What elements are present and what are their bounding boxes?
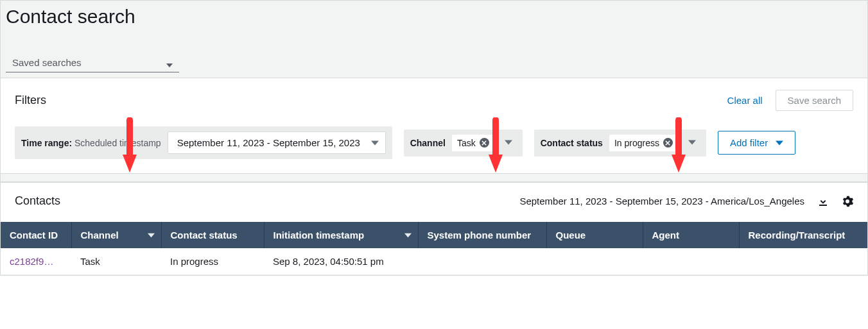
svg-marker-10 xyxy=(776,140,783,145)
contact-id-link[interactable]: c2182f9… xyxy=(10,256,53,267)
caret-down-icon xyxy=(371,139,379,147)
status-dropdown-toggle[interactable] xyxy=(684,135,700,151)
page-title: Contact search xyxy=(6,6,862,53)
col-contact-id[interactable]: Contact ID xyxy=(1,222,71,248)
svg-marker-6 xyxy=(166,63,173,67)
svg-marker-12 xyxy=(404,233,412,237)
col-system-phone[interactable]: System phone number xyxy=(418,222,546,248)
svg-marker-8 xyxy=(505,140,512,144)
caret-down-icon xyxy=(404,232,412,239)
col-initiation-timestamp[interactable]: Initiation timestamp xyxy=(264,222,418,248)
col-queue[interactable]: Queue xyxy=(546,222,643,248)
filter-contact-status-label: Contact status xyxy=(541,138,603,148)
caret-down-icon xyxy=(688,139,696,146)
contacts-date-range: September 11, 2023 - September 15, 2023 … xyxy=(519,196,804,207)
download-icon[interactable] xyxy=(817,196,829,207)
col-contact-status[interactable]: Contact status xyxy=(161,222,264,248)
svg-marker-7 xyxy=(371,140,379,145)
panel-divider xyxy=(1,173,867,182)
caret-down-icon xyxy=(776,139,783,147)
col-agent[interactable]: Agent xyxy=(643,222,739,248)
filter-channel: Channel Task xyxy=(404,130,523,156)
table-row[interactable]: c2182f9… Task In progress Sep 8, 2023, 0… xyxy=(1,248,867,275)
saved-searches-label: Saved searches xyxy=(12,57,82,68)
save-search-button[interactable]: Save search xyxy=(776,90,853,111)
filter-contact-status: Contact status In progress xyxy=(534,130,706,156)
add-filter-button[interactable]: Add filter xyxy=(718,131,795,155)
clear-all-button[interactable]: Clear all xyxy=(727,95,763,106)
contacts-heading: Contacts xyxy=(15,194,60,208)
caret-down-icon xyxy=(505,139,512,146)
filter-time-range-label: Time range: Scheduled timestamp xyxy=(21,138,161,148)
remove-channel-filter-icon[interactable] xyxy=(480,138,489,148)
saved-searches-dropdown[interactable]: Saved searches xyxy=(6,53,179,72)
filter-time-range: Time range: Scheduled timestamp Septembe… xyxy=(15,126,392,159)
filters-heading: Filters xyxy=(15,94,46,107)
filter-channel-value: Task xyxy=(452,135,494,151)
channel-dropdown-toggle[interactable] xyxy=(501,135,516,151)
contacts-table: Contact ID Channel Contact status Initia… xyxy=(1,222,867,275)
svg-marker-11 xyxy=(148,233,155,237)
filter-contact-status-value: In progress xyxy=(609,135,678,151)
gear-icon[interactable] xyxy=(842,196,853,207)
filter-channel-label: Channel xyxy=(410,138,446,148)
caret-down-icon xyxy=(148,232,155,239)
col-recording[interactable]: Recording/Transcript xyxy=(739,222,867,248)
caret-down-icon xyxy=(166,60,173,66)
svg-marker-9 xyxy=(688,140,696,144)
col-channel[interactable]: Channel xyxy=(71,222,161,248)
remove-status-filter-icon[interactable] xyxy=(663,138,673,148)
time-range-input[interactable]: September 11, 2023 - September 15, 2023 xyxy=(168,131,386,154)
